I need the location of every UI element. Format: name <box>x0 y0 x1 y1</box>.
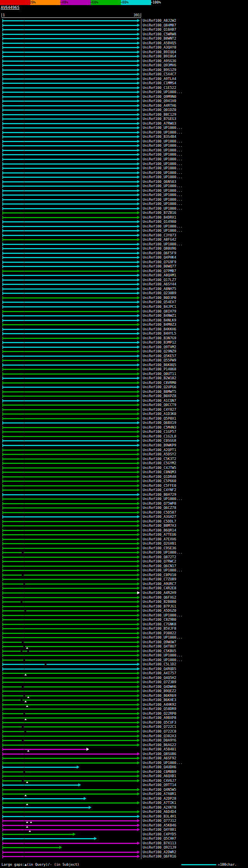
hit-label[interactable]: UniRef100_Q22RP0 <box>141 712 176 716</box>
hit-label[interactable]: UniRef100_Q54EV7 <box>141 300 176 305</box>
hit-label[interactable]: UniRef100_Q4UDH6 <box>141 765 176 770</box>
hit-label[interactable]: UniRef100_C8VRM0 <box>141 381 176 385</box>
hit-bar[interactable] <box>0 54 141 59</box>
hit-label[interactable]: UniRef100_Q55PW9 <box>141 358 176 363</box>
hit-bar[interactable] <box>0 649 141 654</box>
hit-bar[interactable] <box>0 309 141 314</box>
hit-label[interactable]: UniRef100_B6AG22 <box>141 743 176 748</box>
hit-bar[interactable] <box>0 421 141 425</box>
hit-label[interactable]: UniRef100_UP1000... <box>141 189 183 193</box>
hit-label[interactable]: UniRef100_P14068 <box>141 367 176 372</box>
hit-bar[interactable] <box>0 819 141 823</box>
hit-bar[interactable] <box>0 412 141 417</box>
hit-label[interactable]: UniRef100_C6M8B9 <box>141 770 176 774</box>
hit-label[interactable]: UniRef100_C3Y073 <box>141 233 176 238</box>
hit-label[interactable]: UniRef100_UP1000... <box>141 550 183 555</box>
hit-label[interactable]: UniRef100_A7TEU6 <box>141 533 176 537</box>
hit-label[interactable]: UniRef100_B6K0Q5 <box>141 363 176 368</box>
hit-bar[interactable] <box>0 770 141 774</box>
hit-label[interactable]: UniRef100_A7A0R1 <box>141 792 176 797</box>
hit-label[interactable]: UniRef100_B6KHE3 <box>141 698 176 703</box>
hit-label[interactable]: UniRef100_Q58DR9 <box>141 707 176 712</box>
hit-label[interactable]: UniRef100_C5X4C7 <box>141 72 176 77</box>
hit-bar[interactable] <box>0 635 141 640</box>
hit-bar[interactable] <box>0 854 141 859</box>
hit-bar[interactable] <box>0 609 141 613</box>
hit-label[interactable]: UniRef100_Q6CZ78 <box>141 506 176 510</box>
hit-bar[interactable] <box>0 783 141 788</box>
hit-bar[interactable] <box>0 162 141 167</box>
hit-bar[interactable] <box>0 430 141 434</box>
hit-bar[interactable] <box>0 747 141 752</box>
hit-label[interactable]: UniRef100_Q29NZ9 <box>141 349 176 354</box>
hit-bar[interactable] <box>0 376 141 381</box>
hit-label[interactable]: UniRef100_B9I8G4 <box>141 54 176 59</box>
hit-label[interactable]: UniRef100_B6KR69 <box>141 694 176 698</box>
hit-bar[interactable] <box>0 788 141 792</box>
hit-label[interactable]: UniRef100_Q7RWC2 <box>141 559 176 564</box>
hit-bar[interactable] <box>0 533 141 537</box>
hit-label[interactable]: UniRef100_C9SE36 <box>141 546 176 551</box>
hit-bar[interactable] <box>0 336 141 341</box>
hit-label[interactable]: UniRef100_C5FFE0 <box>141 484 176 488</box>
hit-label[interactable]: UniRef100_B9S1Z9 <box>141 68 176 73</box>
hit-bar[interactable] <box>0 220 141 224</box>
hit-label[interactable]: UniRef100_B9QEZ2 <box>141 689 176 694</box>
hit-label[interactable]: UniRef100_Q4T8U7 <box>141 644 176 649</box>
hit-label[interactable]: UniRef100_Q17LZ7 <box>141 278 176 283</box>
hit-label[interactable]: UniRef100_UP1000... <box>141 207 183 211</box>
hit-bar[interactable] <box>0 832 141 837</box>
hit-bar[interactable] <box>0 86 141 90</box>
hit-bar[interactable] <box>0 63 141 68</box>
hit-bar[interactable] <box>0 255 141 260</box>
hit-label[interactable]: UniRef100_C1GP57 <box>141 430 176 434</box>
hit-bar[interactable] <box>0 207 141 211</box>
hit-label[interactable]: UniRef100_Q8IH79 <box>141 309 176 314</box>
hit-label[interactable]: UniRef100_A4RTH6 <box>141 104 176 108</box>
hit-bar[interactable] <box>0 550 141 555</box>
hit-label[interactable]: UniRef100_Q93MV6 <box>141 63 176 68</box>
hit-label[interactable]: UniRef100_A5DGZ0 <box>141 609 176 613</box>
hit-bar[interactable] <box>0 157 141 162</box>
hit-bar[interactable] <box>0 90 141 95</box>
hit-label[interactable]: UniRef100_C8Z9B0 <box>141 618 176 622</box>
hit-label[interactable]: UniRef100_B3S4B4 <box>141 135 176 139</box>
hit-label[interactable]: UniRef100_B5VJF8 <box>141 627 176 631</box>
hit-label[interactable]: UniRef100_A8FG42 <box>141 238 176 242</box>
hit-bar[interactable] <box>0 502 141 506</box>
hit-label[interactable]: UniRef100_UP1000... <box>141 229 183 233</box>
hit-label[interactable]: UniRef100_UP1000... <box>141 130 183 135</box>
hit-label[interactable]: UniRef100_C4Y827 <box>141 408 176 412</box>
hit-bar[interactable] <box>0 408 141 412</box>
hit-label[interactable]: UniRef100_UP1000... <box>141 126 183 130</box>
hit-label[interactable]: UniRef100_B4HYL5 <box>141 332 176 336</box>
hit-bar[interactable] <box>0 515 141 519</box>
hit-bar[interactable] <box>0 658 141 663</box>
hit-bar[interactable] <box>0 452 141 457</box>
hit-label[interactable]: UniRef100_UP1000... <box>141 166 183 171</box>
hit-label[interactable]: UniRef100_Q5KE57 <box>141 354 176 359</box>
hit-bar[interactable] <box>0 28 141 32</box>
hit-label[interactable]: UniRef100_Q722C0 <box>141 729 176 734</box>
hit-label[interactable]: UniRef100_B4M8Z3 <box>141 323 176 327</box>
hit-bar[interactable] <box>0 466 141 470</box>
hit-bar[interactable] <box>0 354 141 359</box>
hit-bar[interactable] <box>0 59 141 64</box>
hit-bar[interactable] <box>0 631 141 636</box>
hit-bar[interactable] <box>0 99 141 104</box>
hit-bar[interactable] <box>0 291 141 296</box>
hit-bar[interactable] <box>0 390 141 394</box>
hit-bar[interactable] <box>0 448 141 453</box>
hit-label[interactable]: UniRef100_Q84M87 <box>141 23 176 28</box>
hit-bar[interactable] <box>0 260 141 265</box>
hit-label[interactable]: UniRef100_A3GH27 <box>141 515 176 519</box>
hit-label[interactable]: UniRef100_Q4RQD5 <box>141 667 176 672</box>
hit-label[interactable]: UniRef100_Q4Q5H2 <box>141 676 176 681</box>
hit-label[interactable]: UniRef100_UP1000... <box>141 162 183 167</box>
hit-bar[interactable] <box>0 698 141 703</box>
hit-label[interactable]: UniRef100_A9BXP8 <box>141 716 176 720</box>
hit-label[interactable]: UniRef100_A5KB46 <box>141 823 176 828</box>
hit-label[interactable]: UniRef100_UP1000... <box>141 568 183 573</box>
hit-bar[interactable] <box>0 779 141 783</box>
hit-bar[interactable] <box>0 774 141 779</box>
